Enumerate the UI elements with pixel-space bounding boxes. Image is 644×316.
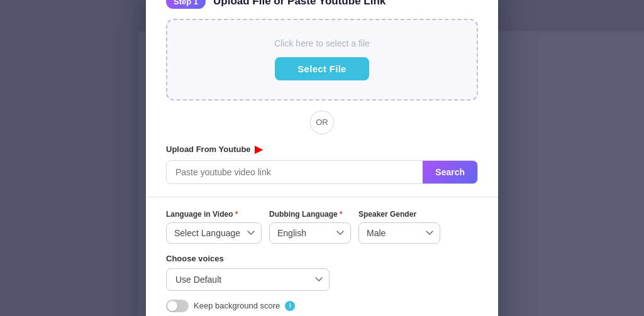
drop-hint: Click here to select a file (274, 38, 370, 48)
voices-select-row: Use Default (166, 268, 478, 291)
selects-row: Language in Video * Select Language Engl… (166, 210, 478, 244)
youtube-label: Upload From Youtube ▶ (166, 143, 478, 155)
speaker-gender-group: Speaker Gender Male Female (358, 210, 440, 244)
background-score-toggle[interactable] (166, 300, 189, 312)
speaker-gender-select[interactable]: Male Female (358, 222, 440, 244)
step-title: Upload File or Paste Youtube Link (213, 0, 386, 8)
section-divider (146, 197, 498, 197)
language-in-video-label: Language in Video * (166, 210, 262, 219)
speaker-gender-label: Speaker Gender (358, 210, 440, 219)
background-score-row: Keep background score i (166, 300, 478, 312)
or-divider: OR (166, 111, 478, 134)
modal-dialog: Step 1 Upload File or Paste Youtube Link… (146, 0, 498, 316)
info-icon[interactable]: i (285, 301, 295, 311)
youtube-label-text: Upload From Youtube (166, 144, 251, 154)
select-file-button[interactable]: Select File (275, 57, 369, 80)
youtube-input-row: Search (166, 160, 478, 184)
step-header: Step 1 Upload File or Paste Youtube Link (166, 0, 478, 9)
language-in-video-select[interactable]: Select Language English Spanish French G… (166, 222, 262, 244)
file-drop-zone[interactable]: Click here to select a file Select File (166, 19, 478, 101)
dubbing-language-group: Dubbing Language * English Spanish Frenc… (269, 210, 351, 244)
modal-backdrop: Step 1 Upload File or Paste Youtube Link… (0, 0, 644, 316)
or-label: OR (310, 111, 334, 134)
youtube-icon: ▶ (255, 143, 262, 155)
search-button[interactable]: Search (423, 161, 477, 183)
step-badge: Step 1 (166, 0, 206, 9)
dubbing-language-label: Dubbing Language * (269, 210, 351, 219)
dubbing-required-star: * (340, 210, 343, 219)
dubbing-language-select[interactable]: English Spanish French German (269, 222, 351, 244)
youtube-link-input[interactable] (167, 161, 423, 183)
language-required-star: * (235, 210, 238, 219)
choose-voices-label: Choose voices (166, 254, 478, 263)
language-in-video-group: Language in Video * Select Language Engl… (166, 210, 262, 244)
background-score-label: Keep background score (194, 301, 280, 310)
voices-select[interactable]: Use Default (166, 268, 330, 291)
